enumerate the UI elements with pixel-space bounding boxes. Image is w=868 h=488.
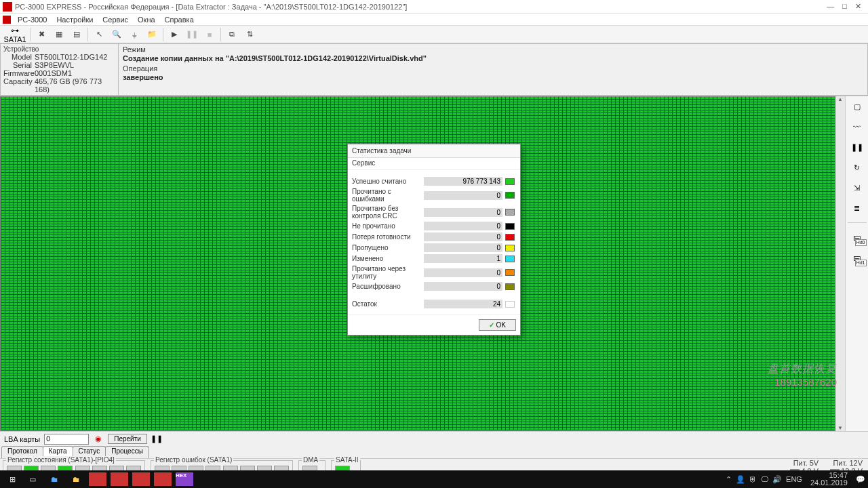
lba-input[interactable] (44, 434, 89, 445)
tray-clock[interactable]: 15:4724.01.2019 (806, 472, 852, 487)
cursor-icon[interactable]: ↖ (91, 27, 107, 42)
tray-notify-icon[interactable]: 💬 (856, 475, 865, 484)
bottom-tabs: Протокол Карта Статус Процессы (0, 446, 868, 458)
app-icon (3, 2, 12, 12)
lba-pause-icon[interactable]: ❚❚ (151, 434, 162, 445)
start-button[interactable]: ⊞ (3, 472, 22, 487)
hex-app-icon[interactable]: HEX (174, 472, 195, 487)
menubar: PC-3000 Настройки Сервис Окна Справка (0, 14, 868, 26)
folder-yellow-icon[interactable]: 🖿 (66, 472, 86, 487)
lba-go-button[interactable]: Перейти (108, 434, 147, 444)
window-title: PC-3000 EXPRESS - Российская Федерация -… (15, 3, 827, 11)
stat-row: Расшифровано0 (352, 282, 516, 291)
maximize-button[interactable]: □ (842, 2, 847, 11)
menu-help[interactable]: Справка (161, 15, 198, 24)
app3-icon[interactable] (131, 472, 151, 487)
app1-icon[interactable] (87, 472, 108, 487)
menu-service[interactable]: Сервис (98, 15, 132, 24)
menu-app-icon (3, 16, 11, 24)
vertical-scrollbar[interactable] (835, 96, 845, 431)
hdd1-icon[interactable]: 🖴Hd1 (849, 250, 865, 265)
copy-icon[interactable]: ⧉ (224, 27, 240, 42)
menu-pc3000[interactable]: PC-3000 (14, 15, 51, 24)
taskview-icon[interactable]: ▭ (22, 472, 43, 487)
stat-row: Успешно считано976 773 143 (352, 177, 516, 186)
minimize-button[interactable]: — (827, 2, 834, 11)
stat-row: Потеря готовности0 (352, 232, 516, 241)
layers-icon[interactable]: ≣ (849, 201, 865, 216)
hdd0-icon[interactable]: 🖴Hd0 (849, 230, 865, 245)
pause2-icon[interactable]: ❚❚ (849, 140, 865, 155)
pause-icon[interactable]: ❚❚ (184, 27, 200, 42)
right-toolbar: ▢ 〰 ❚❚ ↻ ⇲ ≣ 🖴Hd0 🖴Hd1 (845, 96, 868, 431)
tray-monitor-icon[interactable]: 🖵 (761, 475, 768, 483)
app2-icon[interactable] (109, 472, 130, 487)
tool-icon[interactable]: ✖ (33, 27, 50, 42)
grid-icon[interactable]: ▤ (68, 27, 85, 42)
chip-icon[interactable]: ▢ (849, 99, 865, 114)
device-info: Устройство ModelST500LT012-1DG142 Serial… (0, 43, 118, 96)
tray-shield-icon[interactable]: ⛨ (749, 475, 757, 483)
stat-row: Прочитано с ошибками0 (352, 188, 516, 203)
operation-value: завершено (123, 73, 863, 83)
export-icon[interactable]: ⇲ (849, 180, 865, 195)
funnel-icon[interactable]: ⏚ (126, 27, 142, 42)
tray-lang[interactable]: ENG (786, 475, 802, 483)
menu-windows[interactable]: Окна (134, 15, 159, 24)
stat-row-remainder: Остаток24 (352, 300, 516, 308)
toolbar: ⊶SATA1 ✖ ▦ ▤ ↖ 🔍 ⏚ 📁 ▶ ❚❚ ■ ⧉ ⇅ (0, 26, 868, 43)
stat-row: Прочитано через утилиту0 (352, 265, 516, 280)
refresh-icon[interactable]: ↻ (849, 160, 865, 175)
folder-icon[interactable]: 📁 (144, 27, 160, 42)
mode-info: Режим Создание копии данных на "A:\2019\… (118, 43, 868, 96)
stat-row: Не прочитано0 (352, 222, 516, 230)
mode-header: Режим (123, 45, 863, 54)
device-serial: S3P8EWVL (35, 61, 74, 69)
stat-row: Изменено1 (352, 254, 516, 263)
sort-icon[interactable]: ⇅ (241, 27, 258, 42)
device-firmware: 0001SDM1 (35, 69, 72, 77)
wave-icon[interactable]: 〰 (849, 119, 865, 134)
stat-row: Прочитано без контроля CRC0 (352, 205, 516, 220)
device-capacity: 465,76 GB (976 773 168) (35, 77, 115, 94)
stop-icon[interactable]: ■ (201, 27, 218, 42)
window-titlebar: PC-3000 EXPRESS - Российская Федерация -… (0, 0, 868, 14)
stat-row: Пропущено0 (352, 243, 516, 252)
close-button[interactable]: ✕ (855, 2, 861, 11)
operation-header: Операция (123, 64, 863, 73)
device-header: Устройство (3, 45, 115, 53)
menu-settings[interactable]: Настройки (52, 15, 97, 24)
dialog-ok-button[interactable]: OK (479, 319, 516, 331)
lba-label: LBA карты (4, 435, 40, 443)
sata-port-button[interactable]: ⊶SATA1 (3, 27, 27, 42)
explorer-icon[interactable]: 🖿 (44, 472, 64, 487)
tray-people-icon[interactable]: 👤 (736, 475, 745, 484)
dialog-menu-service[interactable]: Сервис (348, 158, 520, 170)
system-tray: ⌃ 👤 ⛨ 🖵 🔊 ENG 15:4724.01.2019 💬 (726, 472, 865, 487)
calendar-icon[interactable]: ▦ (51, 27, 67, 42)
taskbar: ⊞ ▭ 🖿 🖿 HEX ⌃ 👤 ⛨ 🖵 🔊 ENG 15:4724.01.201… (0, 470, 868, 488)
tray-up-icon[interactable]: ⌃ (726, 475, 732, 484)
stats-dialog: Статистика задачи Сервис Успешно считано… (347, 144, 521, 336)
app4-icon[interactable] (153, 472, 173, 487)
play-icon[interactable]: ▶ (166, 27, 182, 42)
mode-value: Создание копии данных на "A:\2019\ST500L… (123, 54, 863, 64)
lba-bar: LBA карты ◉ Перейти ❚❚ (0, 431, 868, 446)
lba-marker-icon[interactable]: ◉ (93, 434, 104, 445)
device-model: ST500LT012-1DG142 (35, 53, 107, 61)
tray-volume-icon[interactable]: 🔊 (772, 475, 782, 484)
dialog-title: Статистика задачи (348, 144, 520, 158)
binoculars-icon[interactable]: 🔍 (108, 27, 125, 42)
info-panel: Устройство ModelST500LT012-1DG142 Serial… (0, 43, 868, 96)
